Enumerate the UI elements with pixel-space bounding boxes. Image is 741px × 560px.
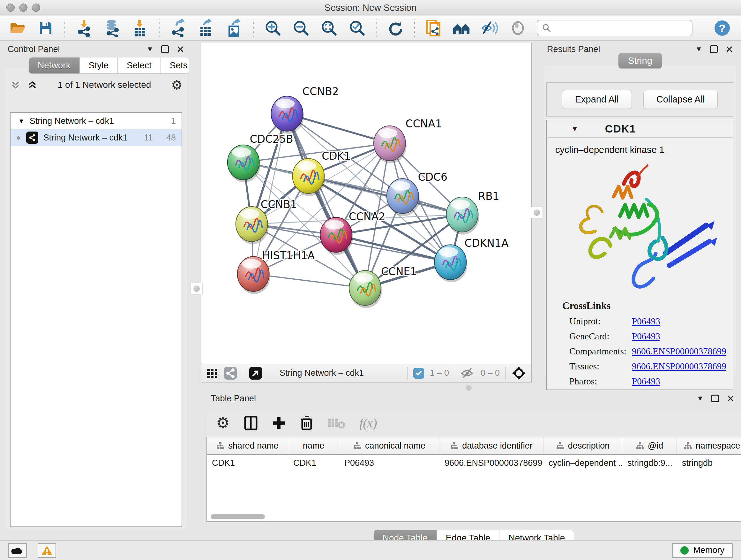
crosslink-link[interactable]: P06493 [632,331,660,341]
column-header-description[interactable]: description [543,437,622,454]
column-header--id[interactable]: @id [622,437,677,454]
grid-view-icon[interactable] [206,368,218,379]
column-header-name[interactable]: name [288,437,339,454]
zoom-in-button[interactable] [264,18,282,38]
right-splitter-handle[interactable] [531,207,542,219]
export-table-button[interactable] [197,18,216,38]
search-input[interactable] [555,23,687,33]
expand-all-button[interactable]: Expand All [562,90,632,109]
show-columns-icon[interactable] [244,415,258,431]
tab-network[interactable]: Network [29,57,80,73]
help-button[interactable]: ? [713,18,731,38]
hide-graphics-button[interactable] [481,18,499,38]
panel-float-icon[interactable] [161,45,169,53]
zoom-out-button[interactable] [292,18,310,38]
bottom-splitter-handle[interactable] [466,385,472,391]
import-table-button[interactable] [131,18,149,38]
birds-eye-view-icon[interactable] [249,367,262,380]
network-options-gear-icon[interactable]: ⚙ [171,78,183,91]
pan-crosshair-icon[interactable] [512,366,526,381]
memory-button[interactable]: Memory [672,543,733,558]
panel-close-icon[interactable]: ✕ [177,44,185,55]
search-field[interactable] [537,20,692,37]
node-label-CCNA1: CCNA1 [406,118,442,130]
control-panel-title: Control Panel [8,44,139,54]
copy-style-button[interactable] [424,18,443,38]
collapse-all-icon[interactable] [10,79,21,90]
crosslink-link[interactable]: P06493 [632,376,660,387]
horizontal-scrollbar[interactable] [211,514,265,519]
crosslink-link[interactable]: 9606.ENSP00000378699 [632,346,726,357]
window-minimize-button[interactable] [19,3,27,12]
column-header-database-identifier[interactable]: database identifier [440,437,543,454]
left-splitter-handle[interactable] [191,283,202,294]
network-canvas[interactable]: CCNB2CCNA1CDC25BCDK1CDC6RB1CCNB1CCNA2CDK… [201,43,531,364]
warnings-button[interactable] [38,543,56,558]
save-session-button[interactable] [37,18,55,38]
panel-close-icon[interactable]: ✕ [727,393,735,404]
network-node-CCNB1[interactable]: CCNB1 [236,198,297,244]
node-label-CDK1: CDK1 [322,150,351,162]
apply-layout-button[interactable] [386,18,405,38]
tree-expander-icon[interactable]: ▼ [18,118,24,125]
window-close-button[interactable] [6,3,15,12]
help-icon: ? [714,20,731,37]
export-image-button[interactable] [225,18,244,38]
results-tab-string[interactable]: String [618,53,662,68]
tab-sets[interactable]: Sets [161,57,189,73]
panel-menu-caret-icon[interactable]: ▼ [695,45,702,53]
panel-float-icon[interactable] [711,395,719,402]
import-network-database-button[interactable] [103,18,121,38]
add-column-icon[interactable] [272,416,286,430]
string-network-graph[interactable]: CCNB2CCNA1CDC25BCDK1CDC6RB1CCNB1CCNA2CDK… [201,43,531,364]
table-toolbar: ⚙ f(x) [206,409,741,437]
network-node-HIST1H1A[interactable]: HIST1H1A [238,249,315,294]
network-node-CCNA1[interactable]: CCNA1 [374,118,442,164]
column-label: database identifier [462,441,533,451]
panel-close-icon[interactable]: ✕ [725,44,733,55]
network-tree-child-row[interactable]: ● String Network – cdk1 11 48 [10,129,182,146]
table-options-gear-icon[interactable]: ⚙ [216,415,230,431]
network-share-icon[interactable] [224,367,237,380]
gene-collapse-icon[interactable]: ▼ [571,125,578,133]
panel-menu-caret-icon[interactable]: ▼ [697,394,704,402]
network-tab-card: 1 of 1 Network selected ⚙ ▼ String Netwo… [5,68,187,530]
crosslink-row: Tissues:9606.ENSP00000378699 [562,361,733,372]
network-node-RB1[interactable]: RB1 [447,190,499,235]
cloud-status-button[interactable] [8,543,27,558]
zoom-fit-button[interactable] [320,18,338,38]
panel-float-icon[interactable] [710,45,718,53]
crosslink-link[interactable]: P06493 [632,316,660,327]
column-header-shared-name[interactable]: shared name [207,437,288,454]
hidden-items-eye-icon[interactable] [461,368,475,379]
tab-select[interactable]: Select [118,57,161,73]
import-network-file-button[interactable] [75,18,93,38]
crosslink-label: Tissues: [569,361,632,372]
crosslink-link[interactable]: 9606.ENSP00000378699 [632,361,726,372]
network-collection-count: 1 [171,116,176,126]
column-header-namespace[interactable]: namespace [677,437,741,454]
svg-text:?: ? [719,22,726,34]
network-node-CDKN1A[interactable]: CDKN1A [434,237,509,282]
collapse-all-button[interactable]: Collapse All [643,90,718,109]
column-tree-icon [216,442,224,450]
open-session-button[interactable] [8,18,27,38]
table-row[interactable]: CDK1CDK1P064939606.ENSP00000378699cyclin… [207,455,741,471]
network-node-CCNE1[interactable]: CCNE1 [349,265,417,308]
network-tree-root-row[interactable]: ▼ String Network – cdk1 1 [10,113,182,129]
zoom-selected-button[interactable] [348,18,366,38]
status-bar: Memory [0,540,741,560]
tab-style[interactable]: Style [80,57,118,73]
column-header-canonical-name[interactable]: canonical name [339,437,440,454]
gene-card-header[interactable]: ▼ CDK1 [547,120,733,138]
crosslinks-heading: CrossLinks [562,300,733,312]
window-zoom-button[interactable] [32,3,40,12]
delete-column-icon[interactable] [300,415,313,431]
selected-items-checkbox[interactable] [413,368,424,379]
expand-all-icon[interactable] [27,79,38,90]
export-network-button[interactable] [169,18,188,38]
toolbar-separator [159,19,159,37]
homes-button[interactable] [453,18,471,38]
panel-menu-caret-icon[interactable]: ▼ [146,45,153,53]
show-graphics-button[interactable] [509,18,527,38]
